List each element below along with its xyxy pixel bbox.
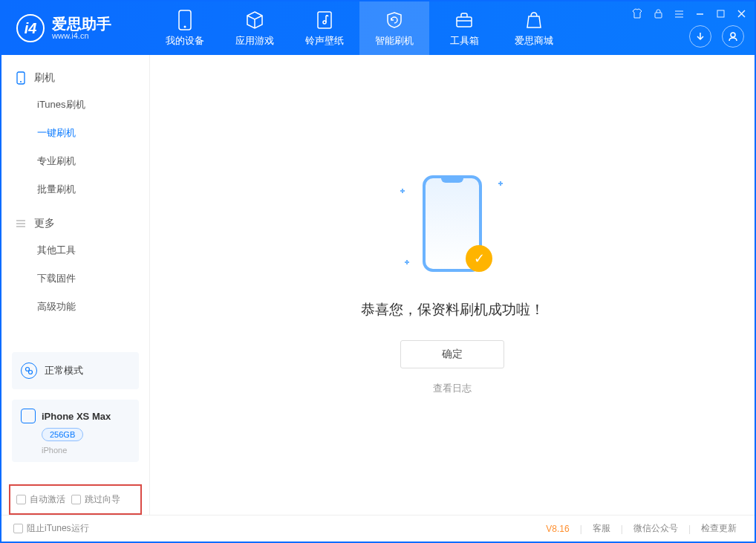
sidebar-item-itunes-flash[interactable]: iTunes刷机 <box>1 91 149 119</box>
phone-icon <box>175 10 195 30</box>
svg-rect-5 <box>655 13 662 18</box>
tab-smart-flash[interactable]: 智能刷机 <box>359 1 429 55</box>
device-icon <box>15 72 27 84</box>
tab-apps-games[interactable]: 应用游戏 <box>220 1 290 55</box>
refresh-shield-icon <box>384 10 405 30</box>
music-icon <box>314 10 335 30</box>
sidebar-section-more: 更多 <box>1 211 149 236</box>
mode-icon <box>21 362 37 379</box>
logo-icon: i4 <box>16 14 45 42</box>
device-name: iPhone XS Max <box>42 411 111 422</box>
phone-small-icon <box>21 409 36 423</box>
success-hero: ✓ 恭喜您，保资料刷机成功啦！ 确定 查看日志 <box>361 175 544 395</box>
sparkle-icon <box>498 181 503 186</box>
ok-button[interactable]: 确定 <box>400 340 504 368</box>
app-site: www.i4.cn <box>52 31 111 40</box>
checkbox-icon <box>71 495 81 504</box>
checkbox-skip-guide[interactable]: 跳过向导 <box>71 493 120 506</box>
main-tabs: 我的设备 应用游戏 铃声壁纸 智能刷机 工具箱 爱思商城 <box>150 1 569 55</box>
phone-illustration: ✓ <box>408 175 497 279</box>
checkbox-block-itunes[interactable]: 阻止iTunes运行 <box>13 522 89 535</box>
version-label: V8.16 <box>546 524 569 534</box>
sidebar-item-batch-flash[interactable]: 批量刷机 <box>1 175 149 204</box>
statusbar: 阻止iTunes运行 V8.16 | 客服 | 微信公众号 | 检查更新 <box>1 515 755 542</box>
titlebar: i4 爱思助手 www.i4.cn 我的设备 应用游戏 铃声壁纸 智能刷机 <box>1 1 755 55</box>
checkbox-icon <box>16 495 26 504</box>
check-badge-icon: ✓ <box>466 245 492 272</box>
success-message: 恭喜您，保资料刷机成功啦！ <box>361 300 544 319</box>
sidebar-item-download-firmware[interactable]: 下载固件 <box>1 264 149 293</box>
svg-point-11 <box>29 371 33 374</box>
minimize-icon[interactable] <box>692 6 707 21</box>
logo-area: i4 爱思助手 www.i4.cn <box>1 14 150 42</box>
mode-label: 正常模式 <box>45 364 83 377</box>
checkbox-auto-activate[interactable]: 自动激活 <box>16 493 65 506</box>
sidebar-item-advanced[interactable]: 高级功能 <box>1 293 149 321</box>
check-update-link[interactable]: 检查更新 <box>695 522 743 535</box>
bag-icon <box>524 10 544 30</box>
sidebar: 刷机 iTunes刷机 一键刷机 专业刷机 批量刷机 更多 其他工具 下载固件 … <box>1 55 150 515</box>
window-small-controls <box>630 6 749 21</box>
header-round-buttons <box>689 25 744 48</box>
main-content: ✓ 恭喜您，保资料刷机成功啦！ 确定 查看日志 <box>150 55 755 515</box>
toolbox-icon <box>454 10 475 30</box>
tab-toolbox[interactable]: 工具箱 <box>429 1 499 55</box>
device-type: iPhone <box>42 446 130 455</box>
mode-panel[interactable]: 正常模式 <box>12 352 139 389</box>
cube-icon <box>244 10 265 30</box>
sidebar-item-pro-flash[interactable]: 专业刷机 <box>1 147 149 175</box>
sidebar-section-flash: 刷机 <box>1 65 149 91</box>
sidebar-item-other-tools[interactable]: 其他工具 <box>1 236 149 264</box>
options-highlight-box: 自动激活 跳过向导 <box>9 484 142 515</box>
sparkle-icon <box>405 260 409 264</box>
support-link[interactable]: 客服 <box>587 522 616 535</box>
wechat-link[interactable]: 微信公众号 <box>628 522 684 535</box>
lock-icon[interactable] <box>651 6 665 21</box>
device-capacity: 256GB <box>42 428 83 441</box>
sidebar-item-oneclick-flash[interactable]: 一键刷机 <box>1 119 149 147</box>
download-button[interactable] <box>689 25 711 48</box>
svg-point-9 <box>20 81 22 82</box>
tab-ringtones-wallpapers[interactable]: 铃声壁纸 <box>290 1 359 55</box>
close-icon[interactable] <box>734 6 749 21</box>
app-name: 爱思助手 <box>52 16 111 31</box>
sparkle-icon <box>400 189 405 193</box>
svg-rect-4 <box>457 17 472 27</box>
device-panel[interactable]: iPhone XS Max 256GB iPhone <box>12 400 139 462</box>
svg-rect-6 <box>717 10 724 17</box>
svg-point-7 <box>731 33 735 37</box>
list-icon <box>15 218 27 230</box>
maximize-icon[interactable] <box>713 6 728 21</box>
menu-icon[interactable] <box>671 6 686 21</box>
app-window: i4 爱思助手 www.i4.cn 我的设备 应用游戏 铃声壁纸 智能刷机 <box>0 0 756 543</box>
body: 刷机 iTunes刷机 一键刷机 专业刷机 批量刷机 更多 其他工具 下载固件 … <box>1 55 755 515</box>
svg-point-1 <box>184 25 186 27</box>
tab-store[interactable]: 爱思商城 <box>499 1 569 55</box>
svg-rect-2 <box>318 12 331 28</box>
svg-point-3 <box>323 21 326 24</box>
tshirt-icon[interactable] <box>630 6 645 21</box>
svg-point-10 <box>26 368 30 371</box>
checkbox-icon <box>13 524 23 533</box>
user-button[interactable] <box>722 25 744 48</box>
tab-my-device[interactable]: 我的设备 <box>150 1 220 55</box>
view-log-link[interactable]: 查看日志 <box>433 382 472 395</box>
